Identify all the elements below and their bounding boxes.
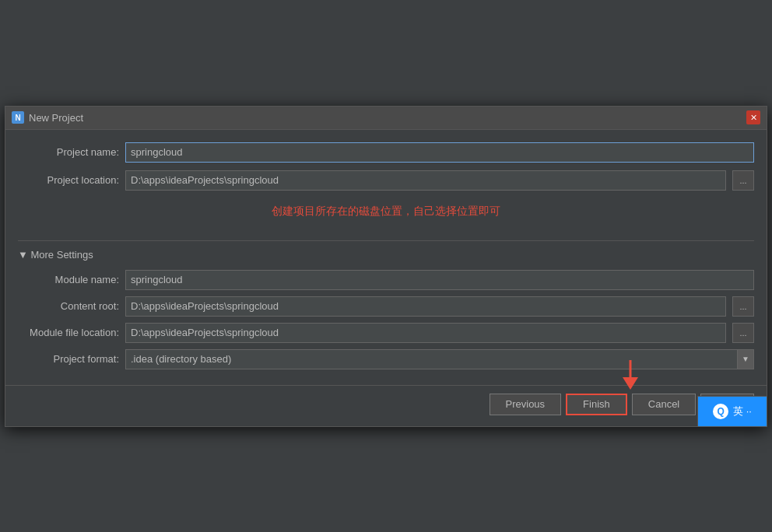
finish-button[interactable]: Finish — [566, 394, 627, 415]
project-location-input[interactable] — [125, 170, 726, 191]
previous-button[interactable]: Previous — [490, 394, 562, 415]
module-file-location-input[interactable] — [125, 323, 726, 343]
red-arrow-icon — [615, 359, 646, 390]
more-settings-section: ▼ More Settings Module name: Content roo… — [18, 240, 754, 373]
module-name-label: Module name: — [18, 274, 119, 285]
annotation-text: 创建项目所存在的磁盘位置，自己选择位置即可 — [18, 198, 754, 225]
content-root-label: Content root: — [18, 300, 119, 312]
window-title: New Project — [29, 112, 83, 124]
titlebar-left: N New Project — [12, 111, 83, 124]
project-format-label: Project format: — [18, 353, 119, 365]
project-name-input[interactable] — [125, 142, 754, 163]
project-name-label: Project name: — [18, 146, 119, 158]
project-location-row: Project location: ... — [18, 170, 754, 191]
content-root-row: Content root: ... — [18, 296, 754, 317]
module-name-input[interactable] — [125, 270, 754, 290]
main-content: Project name: Project location: ... 创建项目… — [5, 130, 767, 385]
cancel-button[interactable]: Cancel — [632, 394, 696, 415]
content-root-browse-button[interactable]: ... — [732, 296, 754, 317]
project-format-select-wrapper: .idea (directory based) ▼ — [125, 349, 754, 369]
taskbar-text: 英 ·· — [733, 404, 752, 418]
new-project-dialog: N New Project ✕ Project name: Project lo… — [5, 106, 767, 427]
project-location-browse-button[interactable]: ... — [732, 170, 754, 191]
module-file-location-browse-button[interactable]: ... — [732, 323, 754, 343]
module-file-location-label: Module file location: — [18, 327, 119, 338]
window-icon: N — [12, 111, 24, 124]
project-name-row: Project name: — [18, 142, 754, 163]
module-file-location-row: Module file location: ... — [18, 323, 754, 343]
taskbar-overlay: Q 英 ·· — [697, 396, 767, 427]
bottom-bar: Previous Finish Cancel Help — [5, 385, 767, 426]
more-settings-header[interactable]: ▼ More Settings — [18, 249, 754, 261]
close-button[interactable]: ✕ — [746, 110, 760, 124]
arrow-annotation — [615, 359, 646, 390]
titlebar: N New Project ✕ — [5, 107, 767, 130]
module-name-row: Module name: — [18, 270, 754, 290]
taskbar-app-icon: Q — [713, 404, 728, 419]
project-location-label: Project location: — [18, 174, 119, 186]
svg-marker-1 — [623, 377, 638, 390]
content-root-input[interactable] — [125, 296, 726, 317]
project-format-select[interactable]: .idea (directory based) — [125, 349, 754, 369]
more-settings-label: ▼ More Settings — [18, 249, 93, 261]
